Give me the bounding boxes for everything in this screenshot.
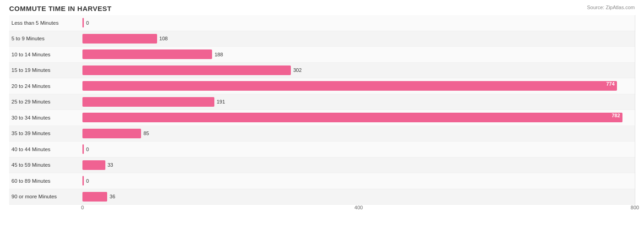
bar-section: 774 bbox=[82, 79, 635, 93]
row-label: 40 to 44 Minutes bbox=[9, 147, 82, 152]
chart-title: COMMUTE TIME IN HARVEST bbox=[9, 5, 635, 12]
bar bbox=[82, 160, 105, 170]
bar-row: 90 or more Minutes36 bbox=[9, 189, 635, 205]
chart-container: COMMUTE TIME IN HARVEST Source: ZipAtlas… bbox=[0, 0, 644, 240]
x-tick: 800 bbox=[631, 205, 639, 210]
bar-value: 191 bbox=[217, 99, 225, 104]
bar-row: 30 to 34 Minutes782 bbox=[9, 110, 635, 126]
bar-value: 188 bbox=[214, 52, 223, 57]
row-label: Less than 5 Minutes bbox=[9, 20, 82, 26]
bar-row: 60 to 89 Minutes0 bbox=[9, 173, 635, 189]
source-label: Source: ZipAtlas.com bbox=[587, 5, 635, 10]
rows-area: Less than 5 Minutes05 to 9 Minutes10810 … bbox=[9, 15, 635, 205]
bar-section: 0 bbox=[82, 16, 635, 30]
bar: 774 bbox=[82, 81, 617, 91]
x-tick: 400 bbox=[355, 205, 363, 210]
bar-row: 40 to 44 Minutes0 bbox=[9, 142, 635, 158]
bar-value: 0 bbox=[86, 20, 89, 26]
row-label: 30 to 34 Minutes bbox=[9, 115, 82, 120]
grid-line bbox=[635, 15, 635, 205]
row-label: 20 to 24 Minutes bbox=[9, 83, 82, 89]
bar-section: 33 bbox=[82, 158, 635, 172]
bar-row: 45 to 59 Minutes33 bbox=[9, 158, 635, 174]
bar bbox=[82, 65, 291, 75]
row-label: 25 to 29 Minutes bbox=[9, 99, 82, 104]
bar bbox=[82, 176, 84, 185]
bar-row: 5 to 9 Minutes108 bbox=[9, 31, 635, 47]
bar-row: 25 to 29 Minutes191 bbox=[9, 94, 635, 110]
chart-area: Less than 5 Minutes05 to 9 Minutes10810 … bbox=[9, 15, 635, 218]
row-label: 15 to 19 Minutes bbox=[9, 67, 82, 73]
row-label: 10 to 14 Minutes bbox=[9, 52, 82, 57]
bar-section: 191 bbox=[82, 95, 635, 109]
x-axis: 0400800 bbox=[82, 205, 635, 218]
bar bbox=[82, 129, 141, 138]
bar-row: 35 to 39 Minutes85 bbox=[9, 126, 635, 142]
bar bbox=[82, 192, 107, 202]
bar-value-inside: 782 bbox=[612, 113, 620, 118]
row-label: 35 to 39 Minutes bbox=[9, 131, 82, 136]
bar-value: 36 bbox=[109, 194, 115, 199]
bar-value: 0 bbox=[86, 178, 89, 184]
bar-row: Less than 5 Minutes0 bbox=[9, 15, 635, 31]
bar-value: 33 bbox=[108, 162, 113, 168]
bar-value-inside: 774 bbox=[606, 81, 614, 87]
bar bbox=[82, 34, 157, 44]
bar-section: 0 bbox=[82, 174, 635, 188]
bar: 782 bbox=[82, 113, 622, 122]
bar-section: 36 bbox=[82, 190, 635, 204]
bar-value: 302 bbox=[293, 67, 301, 73]
bar-value: 85 bbox=[143, 131, 149, 136]
bar-section: 0 bbox=[82, 142, 635, 156]
bar-row: 10 to 14 Minutes188 bbox=[9, 47, 635, 63]
bar bbox=[82, 18, 84, 27]
x-tick: 0 bbox=[81, 205, 84, 210]
bar-section: 188 bbox=[82, 48, 635, 61]
bar bbox=[82, 49, 212, 59]
row-label: 60 to 89 Minutes bbox=[9, 178, 82, 184]
bar-value: 0 bbox=[86, 147, 89, 152]
bar-section: 108 bbox=[82, 32, 635, 46]
row-label: 90 or more Minutes bbox=[9, 194, 82, 199]
bar-section: 302 bbox=[82, 64, 635, 77]
bar-value: 108 bbox=[159, 36, 168, 41]
bar-section: 85 bbox=[82, 127, 635, 141]
bar bbox=[82, 97, 214, 107]
bar-row: 15 to 19 Minutes302 bbox=[9, 63, 635, 79]
row-label: 5 to 9 Minutes bbox=[9, 36, 82, 41]
bar-row: 20 to 24 Minutes774 bbox=[9, 78, 635, 94]
bar bbox=[82, 144, 84, 154]
bar-section: 782 bbox=[82, 111, 635, 125]
row-label: 45 to 59 Minutes bbox=[9, 162, 82, 168]
